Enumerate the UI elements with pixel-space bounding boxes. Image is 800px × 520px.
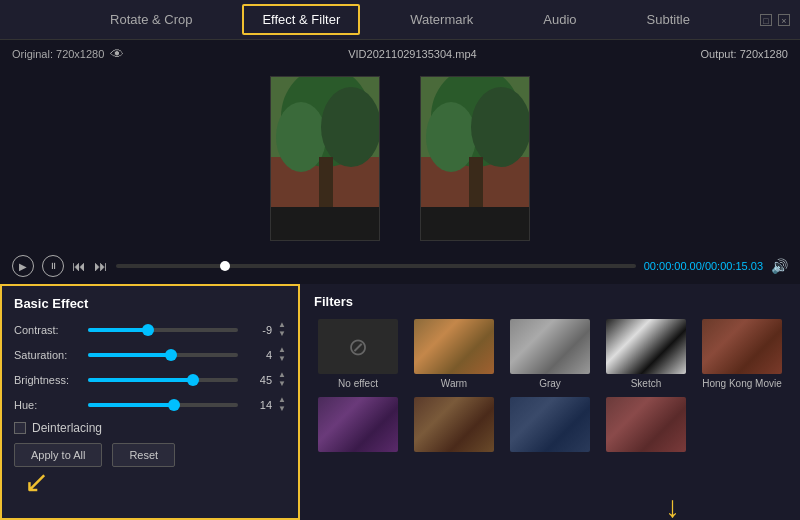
skip-forward-button[interactable]: ⏭: [94, 258, 108, 274]
window-controls: □ ×: [760, 14, 790, 26]
svg-point-12: [471, 87, 530, 167]
contrast-arrows[interactable]: ▲ ▼: [278, 321, 286, 338]
saturation-arrows[interactable]: ▲ ▼: [278, 346, 286, 363]
original-label: Original: 720x1280: [12, 48, 104, 60]
filter-thumb-r2-1: [318, 397, 398, 452]
filter-thumb-r2-3: [510, 397, 590, 452]
filters-title: Filters: [314, 294, 786, 309]
brightness-up[interactable]: ▲: [278, 371, 286, 379]
filter-row2-item3[interactable]: [506, 397, 594, 456]
progress-dot: [220, 261, 230, 271]
saturation-track: [88, 353, 238, 357]
saturation-fill: [88, 353, 171, 357]
svg-point-4: [276, 102, 326, 172]
deinterlacing-row: Deinterlacing: [14, 421, 286, 435]
brightness-label: Brightness:: [14, 374, 82, 386]
brightness-fill: [88, 378, 193, 382]
filename-label: VID20211029135304.mp4: [348, 48, 476, 60]
apply-arrow-indicator: ↙: [24, 467, 49, 497]
skip-back-button[interactable]: ⏮: [72, 258, 86, 274]
filter-name-hk: Hong Kong Movie: [702, 378, 782, 389]
eye-icon[interactable]: 👁: [110, 46, 124, 62]
playback-bar: ▶ ⏸ ⏮ ⏭ 00:00:00.00/00:00:15.03 🔊: [0, 248, 800, 284]
effect-panel-title: Basic Effect: [14, 296, 286, 311]
effect-panel: Basic Effect Contrast: -9 ▲ ▼ Saturation…: [0, 284, 300, 520]
deinterlacing-checkbox[interactable]: [14, 422, 26, 434]
svg-rect-6: [319, 157, 333, 207]
contrast-label: Contrast:: [14, 324, 82, 336]
saturation-row: Saturation: 4 ▲ ▼: [14, 346, 286, 363]
saturation-label: Saturation:: [14, 349, 82, 361]
filter-warm[interactable]: Warm: [410, 319, 498, 389]
contrast-value: -9: [244, 324, 272, 336]
original-info: Original: 720x1280 👁: [12, 46, 124, 62]
hue-track: [88, 403, 238, 407]
svg-rect-2: [271, 207, 380, 241]
saturation-up[interactable]: ▲: [278, 346, 286, 354]
progress-bar[interactable]: [116, 264, 636, 268]
hue-thumb[interactable]: [168, 399, 180, 411]
hue-down[interactable]: ▼: [278, 405, 286, 413]
filter-name-sketch: Sketch: [631, 378, 662, 389]
svg-point-11: [426, 102, 476, 172]
filter-thumb-r2-4: [606, 397, 686, 452]
filter-thumb-hk: [702, 319, 782, 374]
time-display: 00:00:00.00/00:00:15.03: [644, 260, 763, 272]
brightness-value: 45: [244, 374, 272, 386]
preview-area: [0, 68, 800, 248]
tab-audio[interactable]: Audio: [523, 4, 596, 35]
volume-icon[interactable]: 🔊: [771, 258, 788, 274]
brightness-thumb[interactable]: [187, 374, 199, 386]
original-preview-image: [271, 77, 379, 240]
preview-original: [270, 76, 380, 241]
filter-sketch[interactable]: Sketch: [602, 319, 690, 389]
filter-gray[interactable]: Gray: [506, 319, 594, 389]
filter-row2-item4[interactable]: [602, 397, 690, 456]
svg-point-5: [321, 87, 380, 167]
contrast-thumb[interactable]: [142, 324, 154, 336]
info-bar: Original: 720x1280 👁 VID20211029135304.m…: [0, 40, 800, 68]
contrast-down[interactable]: ▼: [278, 330, 286, 338]
tab-watermark[interactable]: Watermark: [390, 4, 493, 35]
action-row: Apply to All Reset ↙: [14, 443, 286, 467]
filters-grid: No effect Warm Gray Sketch: [314, 319, 786, 456]
brightness-track: [88, 378, 238, 382]
hue-row: Hue: 14 ▲ ▼: [14, 396, 286, 413]
filter-name-gray: Gray: [539, 378, 561, 389]
contrast-up[interactable]: ▲: [278, 321, 286, 329]
saturation-thumb[interactable]: [165, 349, 177, 361]
filters-panel: Filters No effect Warm Gray: [300, 284, 800, 520]
filter-hong-kong-movie[interactable]: Hong Kong Movie: [698, 319, 786, 389]
pause-button[interactable]: ⏸: [42, 255, 64, 277]
svg-rect-13: [469, 157, 483, 207]
bottom-area: Basic Effect Contrast: -9 ▲ ▼ Saturation…: [0, 284, 800, 520]
contrast-track: [88, 328, 238, 332]
tab-subtitle[interactable]: Subtitle: [627, 4, 710, 35]
brightness-down[interactable]: ▼: [278, 380, 286, 388]
apply-to-all-button[interactable]: Apply to All: [14, 443, 102, 467]
hue-label: Hue:: [14, 399, 82, 411]
hue-arrows[interactable]: ▲ ▼: [278, 396, 286, 413]
reset-button[interactable]: Reset: [112, 443, 175, 467]
filter-row2-item1[interactable]: [314, 397, 402, 456]
contrast-fill: [88, 328, 148, 332]
maximize-icon[interactable]: □: [760, 14, 772, 26]
filter-thumb-r2-2: [414, 397, 494, 452]
play-button[interactable]: ▶: [12, 255, 34, 277]
tab-effect-filter[interactable]: Effect & Filter: [242, 4, 360, 35]
hue-fill: [88, 403, 174, 407]
saturation-down[interactable]: ▼: [278, 355, 286, 363]
brightness-arrows[interactable]: ▲ ▼: [278, 371, 286, 388]
tab-bar: Rotate & Crop Effect & Filter Watermark …: [0, 0, 800, 40]
tab-rotate-crop[interactable]: Rotate & Crop: [90, 4, 212, 35]
filter-name-no-effect: No effect: [338, 378, 378, 389]
svg-rect-9: [421, 207, 530, 241]
filter-row2-item2[interactable]: [410, 397, 498, 456]
close-icon[interactable]: ×: [778, 14, 790, 26]
output-label: Output: 720x1280: [701, 48, 788, 60]
filter-thumb-gray: [510, 319, 590, 374]
hue-value: 14: [244, 399, 272, 411]
deinterlacing-label: Deinterlacing: [32, 421, 102, 435]
hue-up[interactable]: ▲: [278, 396, 286, 404]
filter-no-effect[interactable]: No effect: [314, 319, 402, 389]
